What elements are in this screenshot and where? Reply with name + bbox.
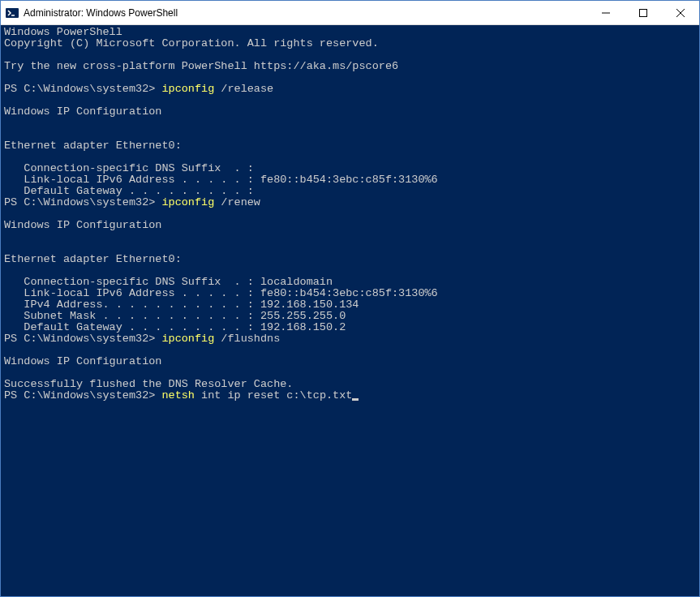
output-line: Connection-specific DNS Suffix . : local… bbox=[4, 277, 696, 288]
output-line: Successfully flushed the DNS Resolver Ca… bbox=[4, 379, 696, 390]
output-line: Default Gateway . . . . . . . . . : bbox=[4, 186, 696, 197]
adapter-header: Ethernet adapter Ethernet0: bbox=[4, 254, 696, 265]
command-args: /release bbox=[214, 83, 273, 95]
banner-line: Try the new cross-platform PowerShell ht… bbox=[4, 61, 696, 72]
adapter-header: Ethernet adapter Ethernet0: bbox=[4, 140, 696, 152]
section-header: Windows IP Configuration bbox=[4, 356, 696, 367]
prompt: PS C:\Windows\system32> bbox=[4, 196, 161, 208]
titlebar[interactable]: Administrator: Windows PowerShell bbox=[1, 1, 699, 25]
prompt: PS C:\Windows\system32> bbox=[4, 389, 161, 402]
banner-line: Copyright (C) Microsoft Corporation. All… bbox=[4, 38, 696, 49]
output-line: Default Gateway . . . . . . . . . : 192.… bbox=[4, 322, 696, 333]
command-line-3: PS C:\Windows\system32> ipconfig /flushd… bbox=[4, 333, 696, 345]
output-line: Link-local IPv6 Address . . . . . : fe80… bbox=[4, 288, 696, 299]
prompt: PS C:\Windows\system32> bbox=[4, 83, 161, 95]
blank-line bbox=[4, 231, 696, 243]
window-controls bbox=[587, 1, 699, 24]
blank-line bbox=[4, 243, 696, 254]
powershell-window: Administrator: Windows PowerShell Window… bbox=[0, 0, 700, 597]
output-line: Link-local IPv6 Address . . . . . : fe80… bbox=[4, 174, 696, 186]
blank-line bbox=[4, 152, 696, 163]
command-line-2: PS C:\Windows\system32> ipconfig /renew bbox=[4, 197, 696, 208]
command-line-1: PS C:\Windows\system32> ipconfig /releas… bbox=[4, 84, 696, 95]
command-args: /renew bbox=[214, 196, 260, 208]
blank-line bbox=[4, 72, 696, 84]
terminal-viewport[interactable]: Windows PowerShellCopyright (C) Microsof… bbox=[1, 25, 699, 596]
blank-line bbox=[4, 208, 696, 220]
minimize-button[interactable] bbox=[587, 1, 625, 24]
banner-line: Windows PowerShell bbox=[4, 27, 696, 38]
blank-line bbox=[4, 345, 696, 356]
blank-line bbox=[4, 265, 696, 277]
svg-rect-0 bbox=[6, 8, 19, 18]
blank-line bbox=[4, 49, 696, 61]
section-header: Windows IP Configuration bbox=[4, 220, 696, 231]
cursor bbox=[352, 398, 359, 401]
prompt: PS C:\Windows\system32> bbox=[4, 333, 161, 345]
close-button[interactable] bbox=[662, 1, 699, 24]
maximize-button[interactable] bbox=[625, 1, 662, 24]
command-args: /flushdns bbox=[214, 333, 280, 345]
output-line: Subnet Mask . . . . . . . . . . . : 255.… bbox=[4, 311, 696, 322]
command-args: int ip reset c:\tcp.txt bbox=[195, 389, 352, 402]
output-line: IPv4 Address. . . . . . . . . . . : 192.… bbox=[4, 299, 696, 311]
command-name: ipconfig bbox=[161, 83, 214, 95]
blank-line bbox=[4, 129, 696, 140]
blank-line bbox=[4, 95, 696, 106]
output-line: Connection-specific DNS Suffix . : bbox=[4, 163, 696, 174]
svg-rect-3 bbox=[640, 9, 647, 16]
powershell-icon bbox=[6, 6, 19, 19]
command-line-4: PS C:\Windows\system32> netsh int ip res… bbox=[4, 390, 696, 402]
blank-line bbox=[4, 367, 696, 379]
command-name: netsh bbox=[161, 389, 195, 402]
section-header: Windows IP Configuration bbox=[4, 106, 696, 118]
window-title: Administrator: Windows PowerShell bbox=[24, 7, 587, 19]
command-name: ipconfig bbox=[161, 196, 214, 208]
blank-line bbox=[4, 118, 696, 129]
command-name: ipconfig bbox=[161, 333, 214, 345]
